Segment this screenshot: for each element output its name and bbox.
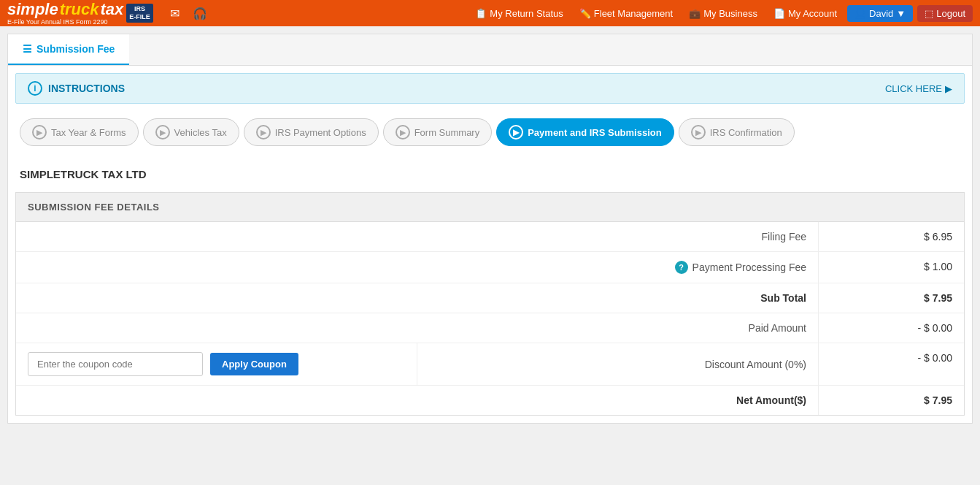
step-payment-irs-submission[interactable]: ▶ Payment and IRS Submission [496,118,674,146]
logo-text: simple truck tax E-File Your Annual IRS … [7,0,123,26]
discount-amount-value: - $ 0.00 [818,343,964,385]
main-content: ☰ Submission Fee i INSTRUCTIONS CLICK HE… [7,34,973,424]
filing-fee-label: Filing Fee [16,222,818,251]
top-nav: simple truck tax E-File Your Annual IRS … [0,0,980,26]
dropdown-chevron-icon: ▼ [896,8,906,19]
fleet-management-link[interactable]: ✏️ Fleet Management [574,8,679,19]
instructions-bar: i INSTRUCTIONS CLICK HERE ▶ [15,73,965,104]
tab-submission-fee[interactable]: ☰ Submission Fee [8,34,129,65]
instructions-label: i INSTRUCTIONS [28,81,125,96]
step-arrow-icon: ▶ [256,125,271,140]
logout-icon: ⬚ [925,8,933,19]
email-icon-btn[interactable]: ✉ [165,3,185,23]
user-avatar-icon: 👤 [854,8,866,19]
net-amount-label: Net Amount($) [16,386,818,415]
step-arrow-icon: ▶ [32,125,47,140]
subtotal-value: $ 7.95 [818,283,964,313]
return-status-icon: 📋 [475,8,487,19]
coupon-input-area: Apply Coupon [16,343,417,385]
step-irs-confirmation[interactable]: ▶ IRS Confirmation [679,118,795,146]
help-icon[interactable]: ? [675,261,688,274]
paid-amount-value: - $ 0.00 [818,313,964,343]
fee-section-header: SUBMISSION FEE DETAILS [16,193,964,222]
user-menu-button[interactable]: 👤 David ▼ [847,5,913,22]
logout-button[interactable]: ⬚ Logout [917,5,973,22]
filing-fee-value: $ 6.95 [818,222,964,251]
headset-icon-btn[interactable]: 🎧 [190,3,210,23]
processing-fee-row: ? Payment Processing Fee $ 1.00 [16,252,964,283]
processing-fee-value: $ 1.00 [818,252,964,283]
paid-amount-label: Paid Amount [16,313,818,343]
discount-amount-label: Discount Amount (0%) [417,343,818,385]
net-amount-row: Net Amount($) $ 7.95 [16,386,964,415]
coupon-row: Apply Coupon Discount Amount (0%) - $ 0.… [16,343,964,386]
filing-fee-row: Filing Fee $ 6.95 [16,222,964,252]
account-icon: 📄 [773,8,785,19]
step-form-summary[interactable]: ▶ Form Summary [383,118,493,146]
step-arrow-icon: ▶ [396,125,410,140]
tab-bar: ☰ Submission Fee [8,34,972,66]
my-account-link[interactable]: 📄 My Account [768,8,843,19]
paid-amount-row: Paid Amount - $ 0.00 [16,313,964,343]
irs-badge: IRSE-FILE [126,4,153,23]
business-icon: 💼 [689,8,701,19]
step-tax-year[interactable]: ▶ Tax Year & Forms [20,118,139,146]
step-arrow-active-icon: ▶ [509,125,523,140]
progress-steps: ▶ Tax Year & Forms ▶ Vehicles Tax ▶ IRS … [8,111,972,161]
step-arrow-icon: ▶ [155,125,170,140]
step-arrow-icon: ▶ [691,125,706,140]
processing-fee-label: ? Payment Processing Fee [16,252,818,283]
tab-icon: ☰ [23,43,32,55]
subtotal-label: Sub Total [16,283,818,313]
company-name: SIMPLETRUCK TAX LTD [8,161,972,192]
logo: simple truck tax E-File Your Annual IRS … [7,0,153,26]
step-vehicles-tax[interactable]: ▶ Vehicles Tax [143,118,239,146]
chevron-right-icon: ▶ [945,83,952,94]
info-circle-icon: i [28,81,42,96]
apply-coupon-button[interactable]: Apply Coupon [210,353,298,375]
my-business-link[interactable]: 💼 My Business [683,8,763,19]
net-amount-value: $ 7.95 [818,386,964,415]
click-here-link[interactable]: CLICK HERE ▶ [885,83,952,94]
coupon-code-input[interactable] [28,352,203,376]
subtotal-row: Sub Total $ 7.95 [16,283,964,313]
fee-section: SUBMISSION FEE DETAILS Filing Fee $ 6.95… [15,192,965,416]
fleet-icon: ✏️ [579,8,591,19]
step-irs-payment-options[interactable]: ▶ IRS Payment Options [244,118,379,146]
my-return-status-link[interactable]: 📋 My Return Status [469,8,568,19]
